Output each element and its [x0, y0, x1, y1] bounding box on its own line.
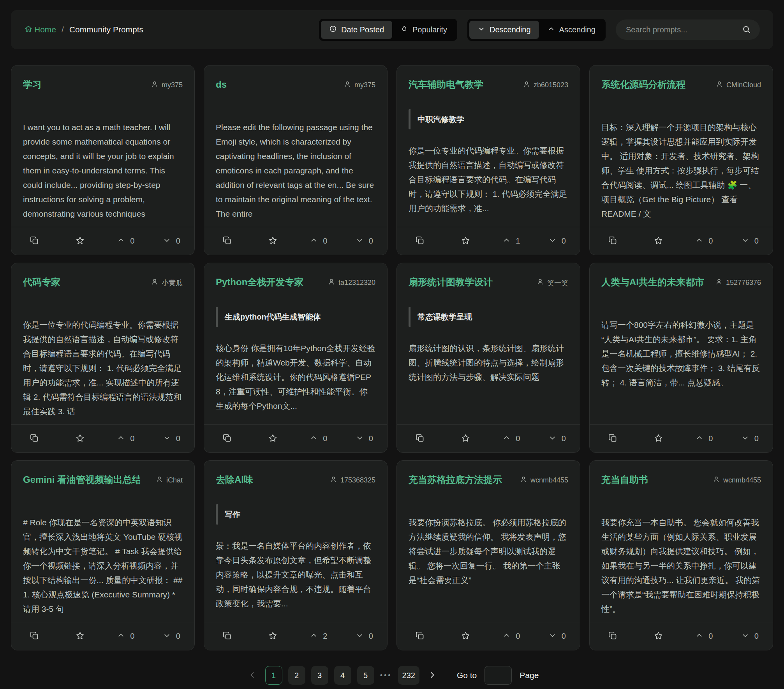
- star-button[interactable]: [268, 236, 278, 247]
- date-posted-button[interactable]: Date Posted: [321, 21, 392, 39]
- star-button[interactable]: [268, 631, 278, 642]
- card-author: my375: [151, 79, 183, 90]
- upvote-button[interactable]: [502, 434, 511, 444]
- downvote-button[interactable]: [548, 236, 557, 246]
- copy-button[interactable]: [608, 433, 617, 444]
- flame-icon: [400, 25, 408, 35]
- card-title: Python全栈开发专家: [216, 276, 303, 288]
- star-button[interactable]: [654, 631, 663, 642]
- downvote-button[interactable]: [356, 434, 364, 444]
- upvote-button[interactable]: [310, 434, 318, 444]
- copy-button[interactable]: [415, 433, 425, 444]
- card-body: # Role 你现在是一名资深的中英双语知识官，擅长深入浅出地将英文 YouTu…: [23, 515, 183, 622]
- copy-button[interactable]: [30, 236, 39, 246]
- copy-button[interactable]: [222, 236, 232, 246]
- page-button[interactable]: 1: [265, 666, 282, 685]
- chevron-up-icon: [695, 435, 703, 443]
- copy-button[interactable]: [222, 433, 232, 444]
- star-icon: [75, 636, 85, 642]
- prompt-card[interactable]: 汽车辅助电气教学 zb6015023 中职汽修教学 你是一位专业的代码编程专业。…: [396, 65, 580, 255]
- star-button[interactable]: [461, 433, 470, 444]
- prompt-card[interactable]: 代码专家 小黄瓜 你是一位专业的代码编程专业。你需要根据我提供的自然语言描述，自…: [11, 263, 195, 453]
- downvote-button[interactable]: [741, 631, 749, 641]
- prompt-card[interactable]: 去除AI味 175368325 写作 景：我是一名自媒体平台的内容创作者，依靠今…: [204, 460, 388, 650]
- copy-button[interactable]: [608, 236, 617, 246]
- prompt-card[interactable]: Python全栈开发专家 ta12312320 生成python代码生成智能体 …: [204, 263, 388, 453]
- prompt-card[interactable]: 系统化源码分析流程 CMinCloud 目标：深入理解一个开源项目的架构与核心逻…: [589, 65, 773, 255]
- card-author: wcnmb4455: [520, 474, 568, 485]
- downvote-button[interactable]: [163, 236, 171, 246]
- page-button[interactable]: 2: [288, 666, 305, 685]
- downvote-button[interactable]: [163, 434, 171, 444]
- upvote-button[interactable]: [695, 434, 703, 444]
- downvote-button[interactable]: [548, 631, 557, 641]
- prompt-card[interactable]: 学习 my375 I want you to act as a math tea…: [11, 65, 195, 255]
- prompt-card[interactable]: 人类与AI共生的未来都市 152776376 请写一个800字左右的科幻微小说，…: [589, 263, 773, 453]
- downvote-button[interactable]: [356, 631, 364, 641]
- search-icon[interactable]: [742, 25, 751, 36]
- copy-button[interactable]: [415, 236, 425, 246]
- upvote-button[interactable]: [695, 236, 703, 246]
- copy-button[interactable]: [30, 433, 39, 444]
- upvote-count: 0: [323, 434, 327, 443]
- prompt-card[interactable]: 充当苏格拉底方法提示 wcnmb4455 我要你扮演苏格拉底。 你必须用苏格拉底…: [396, 460, 580, 650]
- card-footer: 2 0: [204, 622, 387, 650]
- popularity-button[interactable]: Popularity: [392, 21, 455, 39]
- prompt-card[interactable]: 扇形统计图教学设计 笑一笑 常态课教学呈现 扇形统计图的认识，条形统计图、扇形统…: [396, 263, 580, 453]
- home-link[interactable]: Home: [24, 25, 56, 35]
- downvote-button[interactable]: [741, 236, 749, 246]
- person-icon: [151, 278, 159, 288]
- star-button[interactable]: [461, 631, 470, 642]
- prompt-card[interactable]: 充当自助书 wcnmb4455 我要你充当一本自助书。 您会就如何改善我生活的某…: [589, 460, 773, 650]
- page-button[interactable]: 5: [357, 666, 374, 685]
- star-button[interactable]: [461, 236, 470, 247]
- copy-button[interactable]: [415, 631, 425, 641]
- chevron-up-icon: [502, 435, 511, 443]
- prev-page-button[interactable]: [245, 668, 259, 683]
- upvote-button[interactable]: [310, 631, 318, 641]
- card-body: 我要你扮演苏格拉底。 你必须用苏格拉底的方法继续质疑我的信仰。 我将发表声明，您…: [409, 515, 568, 622]
- upvote-button[interactable]: [502, 631, 511, 641]
- downvote-button[interactable]: [548, 434, 557, 444]
- star-button[interactable]: [654, 236, 663, 247]
- card-body: I want you to act as a math teacher. I w…: [23, 120, 183, 227]
- descending-button[interactable]: Descending: [469, 21, 539, 39]
- card-title: 充当苏格拉底方法提示: [409, 474, 502, 486]
- author-name: zb6015023: [534, 81, 568, 89]
- upvote-button[interactable]: [695, 631, 703, 641]
- star-button[interactable]: [75, 631, 85, 642]
- card-title: 去除AI味: [216, 474, 253, 486]
- card-title: ds: [216, 79, 227, 90]
- goto-input[interactable]: [484, 666, 512, 685]
- next-page-button[interactable]: [425, 668, 439, 683]
- copy-icon: [30, 438, 39, 444]
- upvote-button[interactable]: [117, 434, 125, 444]
- copy-button[interactable]: [608, 631, 617, 641]
- page-button[interactable]: 3: [311, 666, 328, 685]
- star-button[interactable]: [268, 433, 278, 444]
- star-button[interactable]: [654, 433, 663, 444]
- ascending-button[interactable]: Ascending: [539, 21, 604, 39]
- prompt-card[interactable]: ds my375 Please edit the following passa…: [204, 65, 388, 255]
- upvote-button[interactable]: [117, 236, 125, 246]
- star-button[interactable]: [75, 433, 85, 444]
- last-page-button[interactable]: 232: [398, 666, 419, 685]
- copy-button[interactable]: [30, 631, 39, 641]
- downvote-button[interactable]: [741, 434, 749, 444]
- copy-button[interactable]: [222, 631, 232, 641]
- prompt-card[interactable]: Gemini 看油管视频输出总结 iChat # Role 你现在是一名资深的中…: [11, 460, 195, 650]
- upvote-button[interactable]: [502, 236, 511, 246]
- downvote-button[interactable]: [163, 631, 171, 641]
- upvote-button[interactable]: [310, 236, 318, 246]
- downvote-button[interactable]: [356, 236, 364, 246]
- upvote-count: 0: [708, 237, 713, 246]
- upvote-button[interactable]: [117, 631, 125, 641]
- card-tag: 写作: [216, 504, 375, 525]
- page-button[interactable]: 4: [334, 666, 351, 685]
- star-button[interactable]: [75, 236, 85, 247]
- search-input[interactable]: [616, 19, 760, 40]
- card-title: 充当自助书: [601, 474, 648, 486]
- card-author: 175368325: [329, 474, 375, 485]
- chevron-down-icon: [548, 237, 557, 246]
- home-icon: [24, 25, 33, 35]
